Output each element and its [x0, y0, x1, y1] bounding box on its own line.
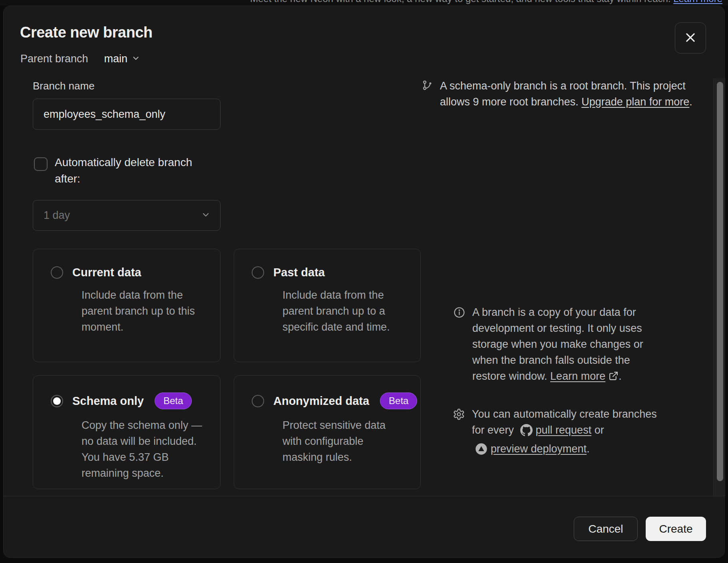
pull-request-link[interactable]: pull request: [536, 424, 592, 436]
cancel-button[interactable]: Cancel: [574, 517, 638, 541]
scrollbar-track[interactable]: [713, 78, 725, 496]
auto-delete-checkbox[interactable]: [34, 157, 48, 171]
delete-after-value: 1 day: [44, 209, 70, 222]
chevron-down-icon: [201, 210, 211, 221]
info-icon: [453, 306, 465, 385]
schema-note-suffix: .: [689, 96, 692, 108]
preview-deployment-link[interactable]: preview deployment: [491, 443, 587, 455]
option-title: Schema only: [72, 394, 144, 408]
radio-current-data[interactable]: [51, 266, 63, 279]
scrollbar-thumb[interactable]: [717, 82, 723, 481]
promo-banner-learn-more-link[interactable]: Learn more: [673, 0, 722, 4]
option-title: Past data: [273, 266, 325, 279]
option-title: Current data: [72, 266, 141, 279]
gear-icon: [453, 408, 465, 460]
option-description: Copy the schema only — no data will be i…: [82, 417, 208, 481]
integration-suffix: .: [587, 443, 590, 455]
auto-delete-label: Automatically delete branch after:: [55, 154, 223, 187]
option-description: Include data from the parent branch up t…: [282, 287, 408, 335]
parent-branch-row: Parent branch main: [20, 53, 140, 65]
learn-more-link[interactable]: Learn more: [550, 370, 605, 382]
close-button[interactable]: [675, 22, 706, 54]
branch-info-text: A branch is a copy of your data for deve…: [472, 304, 643, 385]
branch-info-note: A branch is a copy of your data for deve…: [453, 304, 709, 385]
footer-separator: [4, 496, 724, 496]
option-card-schema-only[interactable]: Schema only Beta Copy the schema only — …: [33, 375, 221, 489]
branch-name-label: Branch name: [33, 80, 95, 92]
radio-past-data[interactable]: [252, 266, 264, 279]
radio-schema-only[interactable]: [51, 395, 63, 407]
create-branch-modal: Create new branch Parent branch main Bra…: [3, 6, 725, 558]
integration-text: You can automatically create branches fo…: [472, 406, 657, 460]
upgrade-plan-link[interactable]: Upgrade plan for more: [581, 96, 689, 108]
beta-badge: Beta: [380, 393, 417, 409]
schema-only-note-text: A schema-only branch is a root branch. T…: [440, 78, 692, 110]
promo-banner-text: Meet the new Neon with a new look, a new…: [0, 0, 722, 5]
radio-anonymized-data[interactable]: [252, 395, 264, 407]
parent-branch-select[interactable]: main: [104, 53, 141, 65]
delete-after-select[interactable]: 1 day: [33, 200, 221, 231]
beta-badge: Beta: [155, 393, 192, 409]
branch-icon: [422, 80, 433, 110]
vercel-icon: [475, 446, 487, 458]
option-description: Protect sensitive data with configurable…: [282, 417, 408, 465]
github-icon: [520, 427, 533, 439]
schema-only-note: A schema-only branch is a root branch. T…: [422, 78, 710, 110]
option-card-anonymized-data[interactable]: Anonymized data Beta Protect sensitive d…: [234, 375, 421, 489]
chevron-down-icon: [131, 54, 140, 64]
close-icon: [684, 31, 697, 46]
external-link-icon: [609, 371, 619, 383]
option-description: Include data from the parent branch up t…: [82, 287, 208, 335]
integration-middle: or: [591, 424, 604, 436]
branch-info-suffix: .: [619, 370, 622, 382]
parent-branch-label: Parent branch: [20, 53, 88, 65]
option-card-past-data[interactable]: Past data Include data from the parent b…: [234, 249, 421, 362]
branch-name-input[interactable]: [33, 99, 221, 130]
integration-note: You can automatically create branches fo…: [453, 406, 716, 460]
create-button[interactable]: Create: [646, 517, 706, 541]
option-title: Anonymized data: [273, 394, 369, 408]
parent-branch-value: main: [104, 53, 128, 65]
option-card-current-data[interactable]: Current data Include data from the paren…: [33, 249, 221, 362]
promo-banner-message: Meet the new Neon with a new look, a new…: [250, 0, 671, 4]
page-background: Meet the new Neon with a new look, a new…: [0, 0, 728, 563]
modal-title: Create new branch: [20, 24, 153, 41]
promo-banner-clipped: Meet the new Neon with a new look, a new…: [0, 0, 728, 6]
